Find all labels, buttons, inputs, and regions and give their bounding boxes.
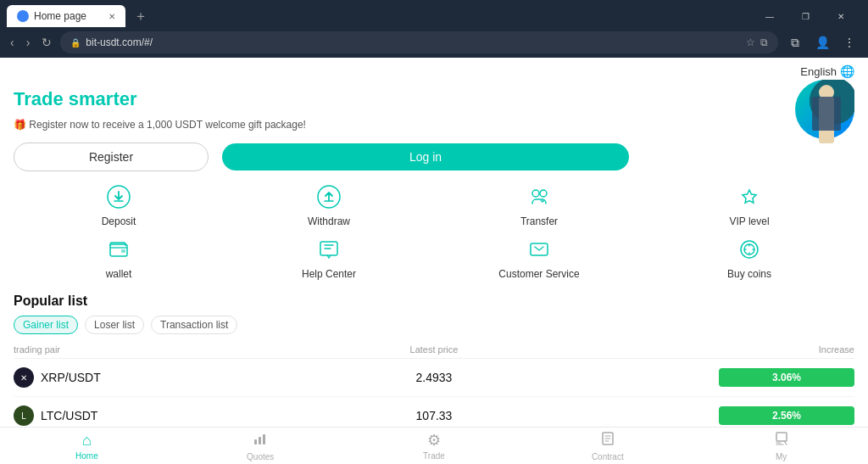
pair-ltc: L LTC/USDT xyxy=(14,405,294,426)
svg-rect-19 xyxy=(776,433,787,441)
hero-person xyxy=(787,80,854,148)
change-badge-ltc: 2.56% xyxy=(719,406,854,425)
hero-title: Trade smarter xyxy=(14,88,629,110)
forward-button[interactable]: › xyxy=(23,36,34,49)
svg-rect-16 xyxy=(259,437,261,444)
nav-my[interactable]: My xyxy=(694,431,868,461)
action-buy[interactable]: Buy coins xyxy=(644,234,854,280)
hero-promo: 🎁 Register now to receive a 1,000 USDT w… xyxy=(14,119,629,131)
home-label: Home xyxy=(75,451,98,461)
vip-icon xyxy=(734,182,765,212)
browser-action-icons: ⧉ 👤 ⋮ xyxy=(783,31,861,54)
nav-trade[interactable]: ⚙ Trade xyxy=(348,431,521,461)
help-label: Help Center xyxy=(302,268,356,280)
tab-bar: Home page ✕ ＋ — ❐ ✕ xyxy=(0,0,868,27)
transfer-label: Transfer xyxy=(520,215,558,227)
pair-xrp-label: XRP/USDT xyxy=(41,371,101,384)
action-vip[interactable]: VIP level xyxy=(644,182,854,227)
list-tabs: Gainer list Loser list Transaction list xyxy=(14,316,854,334)
wallet-label: wallet xyxy=(106,268,132,280)
support-icon xyxy=(524,234,554,265)
contract-icon xyxy=(600,431,615,450)
my-icon xyxy=(774,431,789,450)
transfer-icon xyxy=(524,182,554,212)
svg-point-7 xyxy=(532,190,539,197)
menu-btn[interactable]: ⋮ xyxy=(837,31,861,54)
hero-section: Trade smarter 🎁 Register now to receive … xyxy=(0,81,868,175)
refresh-button[interactable]: ↻ xyxy=(38,36,55,49)
price-xrp: 2.4933 xyxy=(294,371,575,384)
action-withdraw[interactable]: Withdraw xyxy=(224,182,434,227)
deposit-icon xyxy=(103,182,134,212)
tab-transaction[interactable]: Transaction list xyxy=(151,316,237,334)
table-row[interactable]: L LTC/USDT 107.33 2.56% xyxy=(14,397,854,427)
tab-favicon xyxy=(17,10,29,22)
bottom-nav: ⌂ Home Quotes ⚙ Trade Contract xyxy=(0,427,868,464)
action-support[interactable]: Customer Service xyxy=(434,234,644,280)
deposit-label: Deposit xyxy=(102,215,136,227)
change-badge-xrp: 3.06% xyxy=(719,368,854,387)
hero-buttons: Register Log in xyxy=(14,143,629,171)
tab-close-btn[interactable]: ✕ xyxy=(108,12,115,21)
withdraw-icon xyxy=(314,182,344,212)
url-text: bit-usdt.com/#/ xyxy=(86,36,741,48)
change-ltc: 2.56% xyxy=(574,406,854,425)
login-button[interactable]: Log in xyxy=(222,143,629,171)
buy-icon xyxy=(734,234,765,265)
hero-image xyxy=(778,80,854,156)
close-button[interactable]: ✕ xyxy=(824,5,858,27)
action-help[interactable]: Help Center xyxy=(224,234,434,280)
trade-label: Trade xyxy=(423,451,445,461)
withdraw-label: Withdraw xyxy=(308,215,350,227)
price-ltc: 107.33 xyxy=(294,409,575,422)
lock-icon: 🔒 xyxy=(70,38,81,48)
table-row[interactable]: ✕ XRP/USDT 2.4933 3.06% xyxy=(14,359,854,397)
page-topbar: English 🌐 xyxy=(0,58,868,81)
active-tab[interactable]: Home page ✕ xyxy=(7,5,125,27)
language-selector[interactable]: English 🌐 xyxy=(800,64,854,78)
svg-point-8 xyxy=(540,190,547,197)
my-label: My xyxy=(776,452,787,461)
trade-icon: ⚙ xyxy=(427,431,441,450)
minimize-button[interactable]: — xyxy=(753,5,787,27)
tab-gainer[interactable]: Gainer list xyxy=(14,316,78,334)
quick-actions: Deposit Withdraw Transfer xyxy=(0,175,868,287)
nav-quotes[interactable]: Quotes xyxy=(174,431,348,461)
popular-section: Popular list Gainer list Loser list Tran… xyxy=(0,287,868,427)
extensions-icon[interactable]: ⧉ xyxy=(760,36,768,48)
svg-rect-17 xyxy=(263,434,265,444)
new-tab-button[interactable]: ＋ xyxy=(129,8,153,25)
restore-button[interactable]: ❐ xyxy=(788,5,822,27)
quotes-label: Quotes xyxy=(247,452,274,461)
action-transfer[interactable]: Transfer xyxy=(434,182,644,227)
buy-label: Buy coins xyxy=(727,268,771,280)
ltc-icon: L xyxy=(14,405,34,426)
extensions-btn[interactable]: ⧉ xyxy=(783,31,807,54)
wallet-icon xyxy=(103,234,134,265)
pair-xrp: ✕ XRP/USDT xyxy=(14,367,294,388)
pair-ltc-label: LTC/USDT xyxy=(41,409,97,422)
language-label: English xyxy=(800,65,837,78)
globe-icon: 🌐 xyxy=(840,64,854,78)
svg-rect-10 xyxy=(121,249,125,253)
profile-btn[interactable]: 👤 xyxy=(810,31,834,54)
action-wallet[interactable]: wallet xyxy=(14,234,224,280)
address-bar[interactable]: 🔒 bit-usdt.com/#/ ☆ ⧉ xyxy=(60,31,778,53)
svg-point-13 xyxy=(741,241,758,258)
nav-contract[interactable]: Contract xyxy=(520,431,694,461)
window-controls: — ❐ ✕ xyxy=(753,5,861,27)
register-button[interactable]: Register xyxy=(14,143,209,171)
page-content: English 🌐 Trade smarter 🎁 Register now t… xyxy=(0,58,868,427)
star-icon[interactable]: ☆ xyxy=(746,36,755,48)
nav-home[interactable]: ⌂ Home xyxy=(0,432,174,461)
tab-title: Home page xyxy=(34,10,103,22)
table-header: trading pair Latest price Increase xyxy=(14,341,854,359)
change-xrp: 3.06% xyxy=(574,368,854,387)
header-pair: trading pair xyxy=(14,344,294,355)
action-deposit[interactable]: Deposit xyxy=(14,182,224,227)
tab-loser[interactable]: Loser list xyxy=(85,316,144,334)
svg-rect-12 xyxy=(531,243,548,255)
back-button[interactable]: ‹ xyxy=(7,36,18,49)
xrp-icon: ✕ xyxy=(14,367,34,388)
address-bar-row: ‹ › ↻ 🔒 bit-usdt.com/#/ ☆ ⧉ ⧉ 👤 ⋮ xyxy=(0,27,868,58)
